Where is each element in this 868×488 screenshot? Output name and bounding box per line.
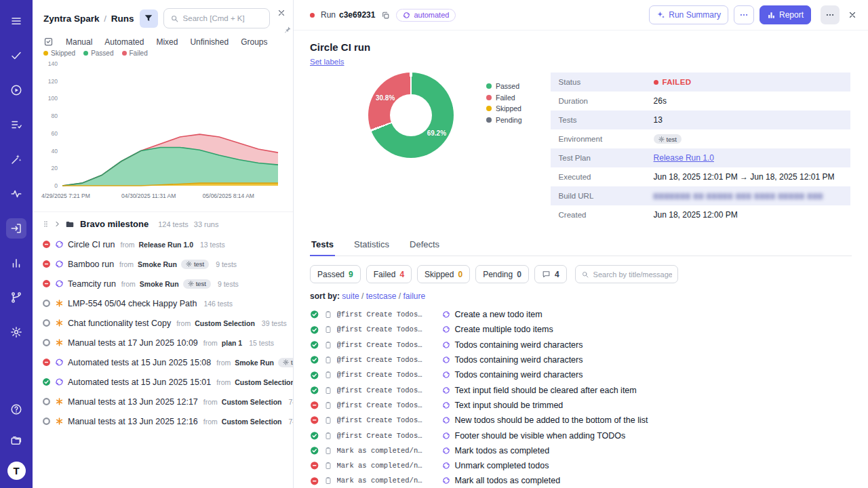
report-label: Report: [779, 10, 804, 20]
report-button[interactable]: Report: [760, 5, 811, 24]
test-row[interactable]: Mark as completed/n…Unmark completed tod…: [310, 458, 852, 473]
test-suite: @first Create Todos…: [337, 341, 437, 349]
run-list-item[interactable]: Manual tests at 17 Jun 2025 10:09frompla…: [33, 333, 293, 352]
test-row[interactable]: Mark as completed/n…Mark todos as comple…: [310, 443, 852, 458]
rail-menu-button[interactable]: [6, 11, 26, 31]
breadcrumb-separator: /: [104, 14, 106, 24]
test-row[interactable]: Mark as completed/n…Mark all todos as co…: [310, 473, 852, 488]
run-summary-button[interactable]: Run Summary: [649, 5, 728, 24]
sign-in-icon: [10, 222, 22, 235]
filter-chip-skipped[interactable]: Skipped0: [417, 265, 470, 283]
comments-filter-chip[interactable]: 4: [534, 265, 567, 283]
detail-row-executed: ExecutedJun 18, 2025 12:01 PM → Jun 18, …: [551, 167, 850, 186]
rail-branches-button[interactable]: [6, 287, 26, 308]
filter-button[interactable]: [140, 9, 158, 28]
sidebar-tab-unfinished[interactable]: Unfinished: [190, 37, 229, 47]
test-row[interactable]: @first Create Todos…Todos containing wei…: [310, 352, 852, 367]
rail-ai-button[interactable]: [6, 149, 26, 169]
summary-more-button[interactable]: [734, 5, 754, 24]
failed-status-icon: [310, 476, 319, 486]
breadcrumb-project[interactable]: Zyntra Spark: [43, 14, 100, 24]
tab-defects[interactable]: Defects: [408, 235, 441, 256]
svg-text:140: 140: [48, 60, 58, 67]
drag-handle-icon[interactable]: [42, 220, 50, 228]
run-tests-count: 748 tests: [289, 418, 294, 426]
milestone-row[interactable]: Bravo milestone 124 tests33 runs: [33, 212, 293, 235]
rail-runs-button[interactable]: [6, 80, 26, 100]
sidebar-tab-groups[interactable]: Groups: [241, 37, 267, 47]
rail-settings-button[interactable]: [6, 322, 26, 342]
sort-link-failure[interactable]: failure: [403, 291, 425, 301]
sparkles-icon: [656, 11, 665, 20]
tab-statistics[interactable]: Statistics: [353, 235, 391, 256]
filter-chip-passed[interactable]: Passed9: [310, 265, 361, 283]
sidebar-tab-manual[interactable]: Manual: [66, 37, 92, 47]
test-row[interactable]: @first Create Todos…Todos containing wei…: [310, 367, 852, 382]
magic-wand-icon: [10, 153, 22, 165]
rail-projects-button[interactable]: [6, 430, 26, 451]
run-more-button[interactable]: [821, 5, 840, 24]
sidebar-search-input[interactable]: [183, 14, 263, 22]
rail-help-button[interactable]: [6, 399, 26, 420]
run-list-item[interactable]: Automated tests at 15 Jun 2025 15:01from…: [33, 372, 293, 392]
filter-chip-failed[interactable]: Failed4: [366, 265, 412, 283]
passed-status-icon: [310, 371, 319, 380]
run-list-item[interactable]: Chat functionality test CopyfromCustom S…: [33, 313, 293, 333]
test-row[interactable]: @first Create Todos…Create a new todo it…: [310, 307, 852, 322]
test-suite: Mark as completed/n…: [337, 447, 437, 455]
run-title: Manual tests at 17 Jun 2025 10:09: [68, 338, 198, 348]
sort-link-testcase[interactable]: testcase: [366, 291, 397, 301]
run-list-item[interactable]: Teamcity runfromSmoke Runtest9 tests: [33, 274, 293, 293]
select-all-icon[interactable]: [43, 37, 54, 47]
filter-chip-pending[interactable]: Pending0: [475, 265, 529, 283]
copy-icon[interactable]: [381, 11, 390, 20]
sidebar-tab-automated[interactable]: Automated: [104, 37, 144, 47]
legend-item-failed: Failed: [122, 49, 148, 57]
rail-tests-button[interactable]: [6, 115, 26, 135]
svg-text:120: 120: [48, 78, 58, 85]
test-row[interactable]: @first Create Todos…Create multiple todo…: [310, 322, 852, 337]
sort-link-suite[interactable]: suite: [342, 291, 359, 301]
detail-value[interactable]: Release Run 1.0: [654, 153, 714, 163]
sidebar-pin-icon[interactable]: [283, 26, 292, 34]
rail-results-button[interactable]: [6, 45, 26, 66]
rail-import-button[interactable]: [6, 218, 26, 239]
help-icon: [10, 403, 22, 415]
comment-icon: [542, 270, 551, 279]
sidebar-tab-mixed[interactable]: Mixed: [156, 37, 178, 47]
rail-analytics-button[interactable]: [6, 184, 26, 204]
detail-row-environment: Environmenttest: [551, 129, 850, 148]
run-list-item[interactable]: Circle CI runfromRelease Run 1.013 tests: [33, 235, 293, 254]
test-row[interactable]: @first Create Todos…Footer should be vis…: [310, 428, 852, 443]
run-tests-count: 13 tests: [200, 241, 225, 249]
test-row[interactable]: @first Create Todos…Text input should be…: [310, 398, 852, 413]
automated-icon: [55, 260, 64, 268]
milestone-name: Bravo milestone: [80, 219, 149, 229]
ellipsis-icon: [739, 10, 749, 20]
test-title: Text input should be trimmed: [455, 401, 564, 410]
test-row[interactable]: @first Create Todos…Todos containing wei…: [310, 338, 852, 352]
run-list-item[interactable]: Bamboo runfromSmoke Runtest9 tests: [33, 254, 293, 274]
run-list-item[interactable]: Automated tests at 15 Jun 2025 15:08from…: [33, 352, 293, 372]
close-run-icon[interactable]: [848, 10, 857, 20]
test-row[interactable]: @first Create Todos…Text input field sho…: [310, 382, 852, 397]
sidebar-close-icon[interactable]: [277, 8, 286, 18]
donut-legend-passed: Passed: [486, 82, 522, 90]
run-list-item[interactable]: Manual tests at 13 Jun 2025 12:16fromCus…: [33, 411, 293, 431]
chevron-right-icon[interactable]: [54, 220, 61, 228]
failed-status-icon: [310, 401, 319, 410]
run-from-label: from: [216, 378, 231, 386]
rail-reports-button[interactable]: [6, 253, 26, 273]
run-list-item[interactable]: Manual tests at 13 Jun 2025 12:17fromCus…: [33, 392, 293, 411]
set-labels-link[interactable]: Set labels: [310, 58, 344, 66]
test-row[interactable]: @first Create Todos…New todos should be …: [310, 413, 852, 428]
area-chart-svg: 0204060801001201404/29/2025 7:21 PM04/30…: [39, 57, 283, 202]
detail-value: FAILED: [654, 78, 692, 86]
run-list: Bravo milestone 124 tests33 runs Circle …: [33, 211, 293, 431]
tests-search-input[interactable]: [593, 270, 672, 279]
sort-row: sort by: suite / testcase / failure: [310, 291, 852, 301]
app-logo[interactable]: T: [7, 462, 26, 480]
run-from-label: from: [121, 280, 136, 288]
run-list-item[interactable]: LMP-554 05/04 check Happy Path146 tests: [33, 293, 293, 313]
tab-tests[interactable]: Tests: [310, 235, 335, 256]
